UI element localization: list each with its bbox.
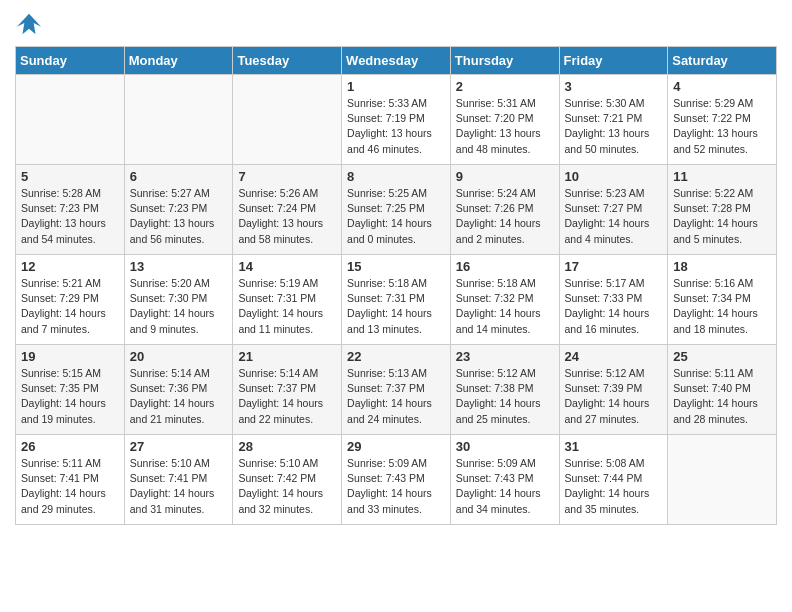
day-info: Sunrise: 5:10 AMSunset: 7:42 PMDaylight:… (238, 456, 336, 517)
day-number: 18 (673, 259, 771, 274)
calendar-cell: 19Sunrise: 5:15 AMSunset: 7:35 PMDayligh… (16, 345, 125, 435)
day-info: Sunrise: 5:12 AMSunset: 7:38 PMDaylight:… (456, 366, 554, 427)
weekday-header-thursday: Thursday (450, 47, 559, 75)
day-number: 13 (130, 259, 228, 274)
day-info: Sunrise: 5:20 AMSunset: 7:30 PMDaylight:… (130, 276, 228, 337)
day-number: 17 (565, 259, 663, 274)
header (15, 10, 777, 38)
calendar-cell: 24Sunrise: 5:12 AMSunset: 7:39 PMDayligh… (559, 345, 668, 435)
day-number: 28 (238, 439, 336, 454)
day-number: 11 (673, 169, 771, 184)
calendar-cell: 4Sunrise: 5:29 AMSunset: 7:22 PMDaylight… (668, 75, 777, 165)
calendar-cell: 26Sunrise: 5:11 AMSunset: 7:41 PMDayligh… (16, 435, 125, 525)
day-number: 16 (456, 259, 554, 274)
calendar-cell: 18Sunrise: 5:16 AMSunset: 7:34 PMDayligh… (668, 255, 777, 345)
day-info: Sunrise: 5:12 AMSunset: 7:39 PMDaylight:… (565, 366, 663, 427)
day-number: 2 (456, 79, 554, 94)
calendar-cell: 11Sunrise: 5:22 AMSunset: 7:28 PMDayligh… (668, 165, 777, 255)
calendar-table: SundayMondayTuesdayWednesdayThursdayFrid… (15, 46, 777, 525)
day-info: Sunrise: 5:15 AMSunset: 7:35 PMDaylight:… (21, 366, 119, 427)
calendar-week-row: 26Sunrise: 5:11 AMSunset: 7:41 PMDayligh… (16, 435, 777, 525)
calendar-cell: 25Sunrise: 5:11 AMSunset: 7:40 PMDayligh… (668, 345, 777, 435)
weekday-header-monday: Monday (124, 47, 233, 75)
day-info: Sunrise: 5:30 AMSunset: 7:21 PMDaylight:… (565, 96, 663, 157)
day-number: 15 (347, 259, 445, 274)
day-number: 7 (238, 169, 336, 184)
day-info: Sunrise: 5:22 AMSunset: 7:28 PMDaylight:… (673, 186, 771, 247)
day-number: 30 (456, 439, 554, 454)
day-number: 24 (565, 349, 663, 364)
day-info: Sunrise: 5:24 AMSunset: 7:26 PMDaylight:… (456, 186, 554, 247)
day-info: Sunrise: 5:27 AMSunset: 7:23 PMDaylight:… (130, 186, 228, 247)
calendar-cell: 13Sunrise: 5:20 AMSunset: 7:30 PMDayligh… (124, 255, 233, 345)
day-number: 19 (21, 349, 119, 364)
logo (15, 10, 47, 38)
day-info: Sunrise: 5:29 AMSunset: 7:22 PMDaylight:… (673, 96, 771, 157)
day-number: 1 (347, 79, 445, 94)
day-info: Sunrise: 5:11 AMSunset: 7:41 PMDaylight:… (21, 456, 119, 517)
svg-marker-0 (17, 14, 41, 35)
calendar-cell: 23Sunrise: 5:12 AMSunset: 7:38 PMDayligh… (450, 345, 559, 435)
calendar-cell: 20Sunrise: 5:14 AMSunset: 7:36 PMDayligh… (124, 345, 233, 435)
weekday-header-row: SundayMondayTuesdayWednesdayThursdayFrid… (16, 47, 777, 75)
calendar-week-row: 19Sunrise: 5:15 AMSunset: 7:35 PMDayligh… (16, 345, 777, 435)
calendar-cell: 22Sunrise: 5:13 AMSunset: 7:37 PMDayligh… (342, 345, 451, 435)
calendar-week-row: 12Sunrise: 5:21 AMSunset: 7:29 PMDayligh… (16, 255, 777, 345)
calendar-cell: 1Sunrise: 5:33 AMSunset: 7:19 PMDaylight… (342, 75, 451, 165)
day-number: 23 (456, 349, 554, 364)
day-info: Sunrise: 5:25 AMSunset: 7:25 PMDaylight:… (347, 186, 445, 247)
day-info: Sunrise: 5:19 AMSunset: 7:31 PMDaylight:… (238, 276, 336, 337)
calendar-cell: 6Sunrise: 5:27 AMSunset: 7:23 PMDaylight… (124, 165, 233, 255)
day-info: Sunrise: 5:14 AMSunset: 7:36 PMDaylight:… (130, 366, 228, 427)
calendar-cell: 3Sunrise: 5:30 AMSunset: 7:21 PMDaylight… (559, 75, 668, 165)
calendar-cell: 30Sunrise: 5:09 AMSunset: 7:43 PMDayligh… (450, 435, 559, 525)
logo-icon (15, 10, 43, 38)
calendar-week-row: 5Sunrise: 5:28 AMSunset: 7:23 PMDaylight… (16, 165, 777, 255)
day-number: 21 (238, 349, 336, 364)
day-number: 3 (565, 79, 663, 94)
day-number: 31 (565, 439, 663, 454)
calendar-week-row: 1Sunrise: 5:33 AMSunset: 7:19 PMDaylight… (16, 75, 777, 165)
day-number: 4 (673, 79, 771, 94)
day-number: 9 (456, 169, 554, 184)
day-info: Sunrise: 5:18 AMSunset: 7:31 PMDaylight:… (347, 276, 445, 337)
day-info: Sunrise: 5:28 AMSunset: 7:23 PMDaylight:… (21, 186, 119, 247)
day-number: 8 (347, 169, 445, 184)
calendar-cell: 2Sunrise: 5:31 AMSunset: 7:20 PMDaylight… (450, 75, 559, 165)
day-number: 10 (565, 169, 663, 184)
day-number: 12 (21, 259, 119, 274)
calendar-cell: 29Sunrise: 5:09 AMSunset: 7:43 PMDayligh… (342, 435, 451, 525)
calendar-cell: 12Sunrise: 5:21 AMSunset: 7:29 PMDayligh… (16, 255, 125, 345)
page-container: SundayMondayTuesdayWednesdayThursdayFrid… (0, 0, 792, 535)
calendar-cell: 31Sunrise: 5:08 AMSunset: 7:44 PMDayligh… (559, 435, 668, 525)
day-info: Sunrise: 5:09 AMSunset: 7:43 PMDaylight:… (347, 456, 445, 517)
day-info: Sunrise: 5:13 AMSunset: 7:37 PMDaylight:… (347, 366, 445, 427)
calendar-cell: 7Sunrise: 5:26 AMSunset: 7:24 PMDaylight… (233, 165, 342, 255)
calendar-cell: 16Sunrise: 5:18 AMSunset: 7:32 PMDayligh… (450, 255, 559, 345)
day-info: Sunrise: 5:14 AMSunset: 7:37 PMDaylight:… (238, 366, 336, 427)
calendar-cell (124, 75, 233, 165)
weekday-header-wednesday: Wednesday (342, 47, 451, 75)
calendar-cell (668, 435, 777, 525)
day-info: Sunrise: 5:10 AMSunset: 7:41 PMDaylight:… (130, 456, 228, 517)
calendar-cell: 15Sunrise: 5:18 AMSunset: 7:31 PMDayligh… (342, 255, 451, 345)
day-info: Sunrise: 5:17 AMSunset: 7:33 PMDaylight:… (565, 276, 663, 337)
day-number: 26 (21, 439, 119, 454)
calendar-cell: 14Sunrise: 5:19 AMSunset: 7:31 PMDayligh… (233, 255, 342, 345)
day-number: 29 (347, 439, 445, 454)
weekday-header-tuesday: Tuesday (233, 47, 342, 75)
calendar-cell (16, 75, 125, 165)
weekday-header-saturday: Saturday (668, 47, 777, 75)
day-number: 5 (21, 169, 119, 184)
day-number: 6 (130, 169, 228, 184)
day-info: Sunrise: 5:31 AMSunset: 7:20 PMDaylight:… (456, 96, 554, 157)
day-info: Sunrise: 5:18 AMSunset: 7:32 PMDaylight:… (456, 276, 554, 337)
day-info: Sunrise: 5:26 AMSunset: 7:24 PMDaylight:… (238, 186, 336, 247)
day-info: Sunrise: 5:08 AMSunset: 7:44 PMDaylight:… (565, 456, 663, 517)
calendar-cell: 17Sunrise: 5:17 AMSunset: 7:33 PMDayligh… (559, 255, 668, 345)
day-number: 22 (347, 349, 445, 364)
day-info: Sunrise: 5:33 AMSunset: 7:19 PMDaylight:… (347, 96, 445, 157)
weekday-header-sunday: Sunday (16, 47, 125, 75)
day-info: Sunrise: 5:23 AMSunset: 7:27 PMDaylight:… (565, 186, 663, 247)
day-number: 14 (238, 259, 336, 274)
